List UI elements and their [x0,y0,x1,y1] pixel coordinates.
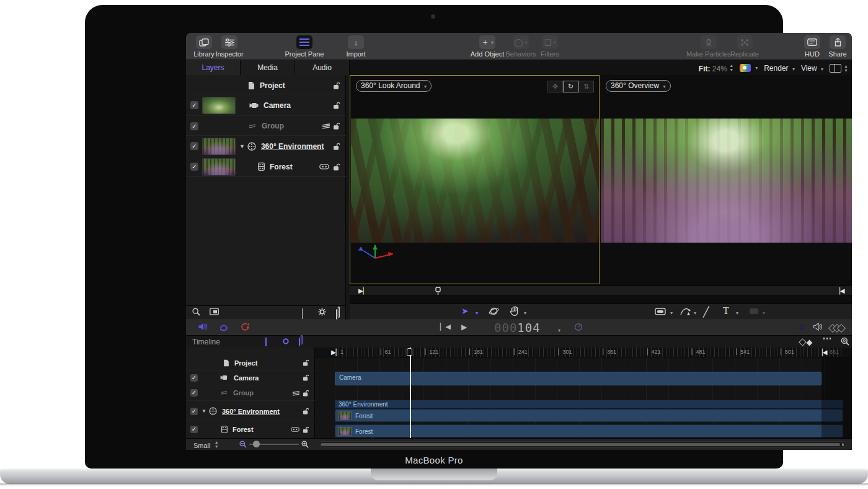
timeline-row-forest[interactable]: ✓ Forest [186,421,315,437]
hand-tool-chevron-icon[interactable]: ▾ [522,308,526,318]
timeline-ruler[interactable]: ▶▏ ▕◀ 661 ▏1▏61▏121▏181▏241▏301▏361▏421▏… [315,348,852,357]
scrollbar-thumb[interactable] [321,443,840,446]
mini-in-marker[interactable]: ▶▏ [358,287,368,295]
audio-track-icon[interactable] [813,323,823,331]
shape-tool[interactable] [655,308,666,315]
gear-icon[interactable] [318,308,326,316]
audio-mute-icon[interactable] [198,323,208,331]
share-button[interactable]: Share [825,35,850,58]
timeline-checkerboard-icon[interactable] [265,338,267,346]
duplicate-layers-icon[interactable] [336,310,337,319]
checkerboard-icon[interactable] [302,309,303,318]
timeline-row-360-environment[interactable]: ✓ ▼ 360° Environment [186,403,315,420]
unlock-icon[interactable] [333,82,340,89]
mini-playhead[interactable] [435,287,441,295]
checkbox-checked-icon[interactable]: ✓ [190,163,198,171]
layer-row-360-environment[interactable]: ✓ ▼ 360° Environment [186,137,346,156]
unlock-icon[interactable] [333,122,340,130]
3d-transform-tool[interactable] [489,306,499,316]
unlock-icon[interactable] [333,163,340,171]
select-tool[interactable]: ➤ [461,306,469,316]
tab-layers[interactable]: Layers [186,60,241,76]
hand-tool[interactable] [510,306,519,316]
timeline-row-project[interactable]: Project [186,356,315,370]
select-tool-chevron-icon[interactable]: ▾ [474,308,478,318]
disclosure-triangle-icon[interactable]: ▼ [239,143,245,150]
record-icon[interactable] [240,323,249,331]
play-button[interactable]: ▶ [461,323,467,331]
unlock-icon[interactable] [303,426,309,433]
unlock-icon[interactable] [303,359,309,366]
loop-playback-icon[interactable] [219,323,229,331]
checkbox-checked-icon[interactable]: ✓ [190,408,198,415]
bezier-tool[interactable] [680,307,691,316]
keyframes-filter-icon[interactable] [800,339,812,346]
timeline-tracks-area[interactable]: ▶▏ ▕◀ 661 ▏1▏61▏121▏181▏241▏301▏361▏421▏… [315,348,852,438]
layer-row-camera[interactable]: ✓ Camera [186,95,346,116]
text-tool[interactable]: T [723,305,729,316]
left-viewport-menu[interactable]: 360° Look Around ▾ [356,80,432,92]
mini-timeline[interactable]: ▶▏ ▕◀ [350,285,852,295]
unlock-icon[interactable] [333,143,340,150]
tab-audio[interactable]: Audio [295,60,350,76]
camera-track-bar[interactable]: Camera [335,372,822,385]
unlock-icon[interactable] [303,374,309,381]
track-size-select[interactable]: Small ▲▼ [193,440,219,449]
timecode-display[interactable]: 000104 [494,321,541,334]
rotate-mode-button[interactable]: ↻ [563,81,578,92]
unlock-icon[interactable] [303,390,309,397]
go-to-start-button[interactable]: ▏◀ [440,323,451,331]
inspector-button[interactable]: Inspector [212,35,247,58]
ruler-out-marker[interactable]: ▕◀ [818,349,827,356]
checkbox-checked-icon[interactable]: ✓ [190,426,198,433]
zoom-in-icon[interactable] [301,441,309,448]
unlock-icon[interactable] [333,102,340,109]
timeline-layers-icon[interactable] [299,338,300,346]
disclosure-triangle-icon[interactable]: ▼ [202,408,206,414]
dolly-mode-button[interactable]: ⇅ [578,81,594,92]
checkbox-checked-icon[interactable]: ✓ [190,389,198,397]
line-tool[interactable]: ╱ [703,306,709,318]
zoom-fit-icon[interactable] [841,337,849,346]
text-tool-chevron-icon[interactable]: ▾ [734,308,738,318]
search-icon[interactable] [192,308,200,316]
environment-group-bar[interactable]: 360° Environment [335,400,843,408]
right-viewport-menu[interactable]: 360° Overview ▾ [606,80,671,92]
render-menu[interactable]: Render ▾ [764,64,795,73]
timeline-zoom-slider-knob[interactable] [253,441,260,447]
unlock-icon[interactable] [303,408,309,415]
layer-row-project[interactable]: Project [186,78,346,94]
layer-row-group[interactable]: ✓ Group [186,117,346,136]
filters-button[interactable]: ❏▾ Filters [536,35,564,58]
bezier-tool-chevron-icon[interactable]: ▾ [692,308,696,318]
overview-viewport-image[interactable] [601,119,852,243]
behaviors-button[interactable]: ◯▾ Behaviors [503,35,538,58]
mini-out-marker[interactable]: ▕◀ [835,287,844,295]
checkbox-checked-icon[interactable]: ✓ [190,122,198,130]
replicate-button[interactable]: Replicate [727,35,763,58]
project-pane-button[interactable]: Project Pane [283,35,326,58]
layout-control[interactable]: ▲▼ [830,64,848,73]
timeline-gear-icon[interactable] [282,338,290,345]
checkbox-checked-icon[interactable]: ✓ [190,101,198,109]
shape-tool-chevron-icon[interactable]: ▾ [668,308,673,318]
fit-control[interactable]: Fit: 24% ▲▼ [699,63,733,73]
move-mode-button[interactable]: ✥ [547,81,563,92]
zoom-out-icon[interactable] [239,441,247,448]
color-channels-control[interactable]: ▾ [740,64,758,72]
add-object-button[interactable]: ＋▾ Add Object [468,35,507,58]
filmstrip-view-icon[interactable] [210,308,219,315]
timeline-row-camera[interactable]: ✓ Camera [186,370,315,385]
import-button[interactable]: ↓ Import [342,35,370,58]
hud-button[interactable]: HUD [800,35,825,58]
timecode-chevron-icon[interactable]: ▾ [556,325,560,334]
timeline-playhead-handle[interactable] [407,348,412,356]
forest-clip-bar-2[interactable]: Forest [335,424,843,437]
forest-clip-bar[interactable]: Forest [335,409,843,422]
timeline-horizontal-scrollbar[interactable] [319,441,846,447]
timeline-row-group[interactable]: ✓ Group [186,385,315,401]
layer-row-forest[interactable]: ✓ Forest [186,157,346,177]
timeline-playhead[interactable] [410,348,411,438]
view-menu[interactable]: View ▾ [801,64,823,73]
checkbox-checked-icon[interactable]: ✓ [190,142,198,150]
